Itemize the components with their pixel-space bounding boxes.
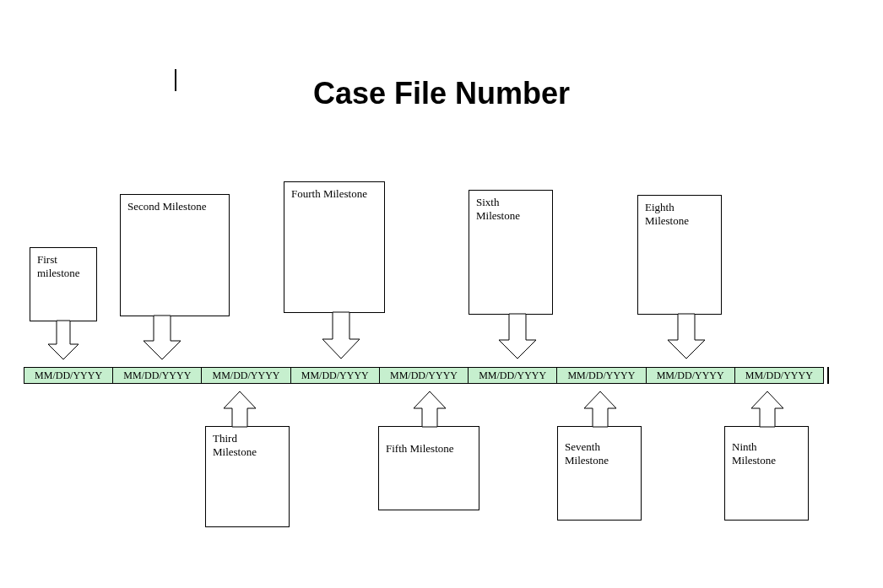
timeline-cell: MM/DD/YYYY <box>380 368 469 383</box>
arrow-up-icon <box>410 390 449 427</box>
callout-label: Fourth Milestone <box>291 187 367 200</box>
timeline-cell: MM/DD/YYYY <box>735 368 823 383</box>
timeline-cell: MM/DD/YYYY <box>647 368 735 383</box>
callout-second-milestone: Second Milestone <box>120 194 230 316</box>
callout-first-milestone: First milestone <box>30 247 97 321</box>
arrow-down-icon <box>45 321 82 361</box>
callout-label: Eighth Milestone <box>645 201 689 227</box>
callout-third-milestone: Third Milestone <box>205 390 290 527</box>
arrow-up-icon <box>581 390 620 427</box>
timeline-cell: MM/DD/YYYY <box>291 368 380 383</box>
arrow-down-icon <box>140 316 184 362</box>
diagram-title: Case File Number <box>0 76 883 111</box>
callout-sixth-milestone: Sixth Milestone <box>469 190 553 315</box>
callout-label: Seventh Milestone <box>565 440 609 467</box>
arrow-down-icon <box>319 312 363 361</box>
timeline-cell: MM/DD/YYYY <box>202 368 290 383</box>
callout-fifth-milestone: Fifth Milestone <box>378 390 479 510</box>
arrow-up-icon <box>220 390 259 427</box>
callout-eighth-milestone: Eighth Milestone <box>637 195 722 315</box>
callout-label: Second Milestone <box>127 200 207 213</box>
timeline-end-tick <box>827 367 829 384</box>
timeline-bar: MM/DD/YYYY MM/DD/YYYY MM/DD/YYYY MM/DD/Y… <box>24 367 824 384</box>
callout-label: Sixth Milestone <box>476 196 520 222</box>
arrow-down-icon <box>664 314 708 361</box>
timeline-cell: MM/DD/YYYY <box>113 368 202 383</box>
callout-label: Third Milestone <box>213 432 257 458</box>
timeline-cell: MM/DD/YYYY <box>24 368 113 383</box>
callout-seventh-milestone: Seventh Milestone <box>557 390 642 521</box>
timeline-cell: MM/DD/YYYY <box>557 368 646 383</box>
callout-label: Ninth Milestone <box>732 440 776 467</box>
callout-label: Fifth Milestone <box>386 442 454 455</box>
arrow-down-icon <box>496 314 539 361</box>
callout-label: First milestone <box>37 253 80 279</box>
timeline-cell: MM/DD/YYYY <box>469 368 557 383</box>
arrow-up-icon <box>748 390 787 427</box>
callout-fourth-milestone: Fourth Milestone <box>284 181 385 313</box>
callout-ninth-milestone: Ninth Milestone <box>724 390 809 521</box>
